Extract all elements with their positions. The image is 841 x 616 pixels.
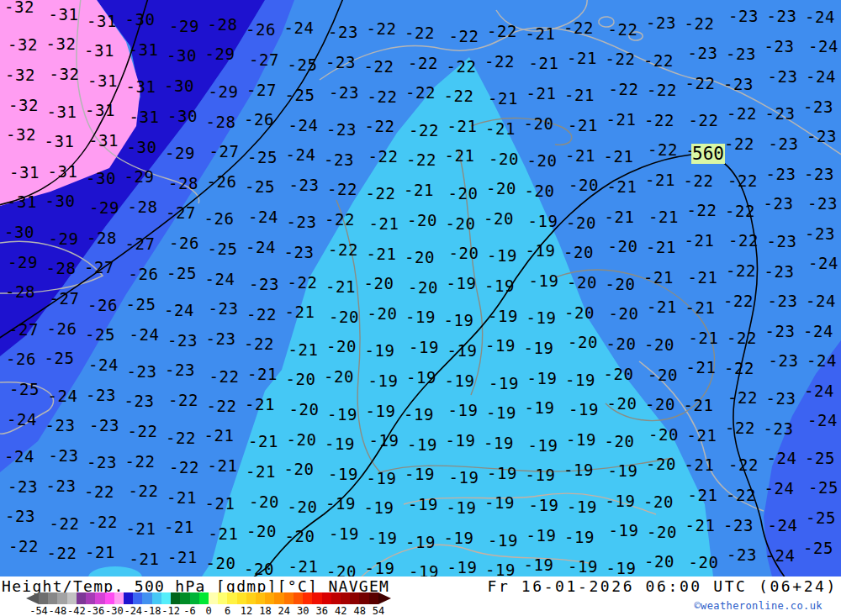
temp-label: -19 bbox=[447, 498, 477, 517]
temp-label: -31 bbox=[45, 132, 75, 150]
temp-label: -22 bbox=[723, 292, 754, 310]
temp-label: -20 bbox=[647, 523, 677, 541]
temp-label: -25 bbox=[208, 240, 238, 258]
temp-label: -25 bbox=[85, 325, 115, 344]
temp-label: -26 bbox=[87, 296, 118, 314]
colorbar-tick-label: 36 bbox=[316, 605, 328, 616]
colorbar-tick-label: 6 bbox=[225, 605, 230, 616]
temp-label: -22 bbox=[207, 397, 237, 415]
colorbar-cell bbox=[209, 592, 218, 604]
temp-label: -27 bbox=[125, 234, 156, 253]
temp-label: -26 bbox=[129, 265, 159, 283]
temp-label: -23 bbox=[723, 516, 754, 534]
temp-label: -19 bbox=[526, 466, 556, 484]
temp-label: -21 bbox=[246, 462, 276, 481]
temp-label: -19 bbox=[487, 464, 517, 482]
temp-label: -31 bbox=[88, 131, 119, 150]
temp-label: -22 bbox=[727, 171, 758, 190]
temp-label: -22 bbox=[487, 22, 517, 40]
temp-label: -20 bbox=[246, 522, 277, 540]
colorbar-cell bbox=[86, 592, 95, 604]
temp-label: -25 bbox=[247, 148, 278, 166]
temp-label: -21 bbox=[205, 494, 235, 513]
colorbar-cell bbox=[77, 592, 86, 604]
temp-label: -21 bbox=[607, 177, 637, 196]
temp-label: -30 bbox=[167, 107, 198, 125]
temp-label: -31 bbox=[47, 103, 77, 121]
temp-label: -31 bbox=[48, 162, 78, 181]
temp-label: -19 bbox=[404, 405, 434, 424]
temp-label: -21 bbox=[526, 24, 556, 43]
temp-label: -22 bbox=[725, 419, 755, 437]
colorbar-cell bbox=[190, 592, 199, 604]
temp-label: -20 bbox=[648, 425, 679, 444]
temp-label: -20 bbox=[607, 394, 637, 413]
temp-label: -19 bbox=[526, 526, 557, 545]
temp-label: -19 bbox=[448, 401, 479, 419]
colorbar-tick-label: -18 bbox=[143, 605, 161, 616]
temp-label: -22 bbox=[366, 184, 396, 203]
temp-label: -22 bbox=[447, 57, 477, 76]
colorbar-cell bbox=[246, 592, 256, 604]
temp-label: -19 bbox=[407, 435, 437, 454]
temp-label: -19 bbox=[487, 246, 517, 265]
temp-label: -19 bbox=[368, 529, 398, 547]
temp-label: -19 bbox=[529, 271, 559, 290]
temp-label: -19 bbox=[486, 403, 516, 422]
temp-label: -20 bbox=[486, 179, 516, 197]
temp-label: -24 bbox=[808, 254, 838, 272]
temp-label: -23 bbox=[167, 331, 198, 350]
temp-label: -20 bbox=[606, 275, 636, 293]
temp-label: -19 bbox=[608, 461, 638, 480]
temp-label: -21 bbox=[645, 171, 675, 189]
temp-label: -20 bbox=[408, 278, 438, 297]
temp-label: -19 bbox=[568, 557, 598, 576]
temp-label: -21 bbox=[445, 146, 475, 165]
temp-label: -23 bbox=[49, 446, 79, 465]
temp-label: -20 bbox=[606, 334, 637, 353]
temp-label: -24 bbox=[807, 351, 837, 370]
colorbar-cell bbox=[227, 592, 236, 604]
temp-label: -23 bbox=[804, 165, 834, 183]
temp-label: -23 bbox=[89, 416, 119, 434]
temp-label: -28 bbox=[208, 15, 238, 34]
temp-label: -23 bbox=[769, 351, 799, 370]
temp-label: -20 bbox=[569, 176, 599, 194]
temp-label: -24 bbox=[88, 355, 119, 374]
temp-label: -23 bbox=[765, 322, 796, 340]
temp-label: -20 bbox=[289, 400, 320, 419]
temp-label: -19 bbox=[529, 496, 559, 514]
temp-label: -21 bbox=[167, 548, 198, 566]
weather-map-page: -32-31-31-30-29-28-26-24-23-22-22-22-22-… bbox=[0, 0, 841, 616]
temp-label: -22 bbox=[648, 140, 678, 159]
temp-label: -20 bbox=[604, 365, 634, 383]
colorbar-tick-label: -30 bbox=[105, 605, 124, 616]
temp-label: -29 bbox=[89, 198, 119, 217]
colorbar-cell bbox=[350, 592, 359, 604]
temp-label: -32 bbox=[50, 65, 80, 83]
temp-label: -21 bbox=[647, 297, 677, 316]
temp-label: -26 bbox=[204, 209, 235, 228]
temp-label: -30 bbox=[86, 169, 116, 187]
temp-label: -21 bbox=[130, 550, 160, 568]
temp-label: -21 bbox=[447, 117, 478, 135]
colorbar-cell bbox=[152, 592, 161, 604]
temp-label: -21 bbox=[285, 303, 315, 321]
colorbar-tick-label: -54 bbox=[29, 605, 48, 616]
temp-label: -22 bbox=[364, 57, 394, 76]
colorbar-cell bbox=[312, 592, 321, 604]
temp-label: -20 bbox=[286, 370, 316, 388]
colorbar-cell bbox=[161, 592, 171, 604]
temp-label: -32 bbox=[6, 125, 36, 144]
temp-label: -26 bbox=[244, 110, 274, 129]
temp-label: -22 bbox=[129, 482, 159, 500]
temp-label: -19 bbox=[447, 274, 477, 292]
temp-label: -24 bbox=[164, 301, 194, 319]
temp-label: -22 bbox=[328, 240, 358, 259]
temp-label: -20 bbox=[448, 184, 479, 203]
temp-label: -21 bbox=[687, 426, 717, 445]
temp-label: -27 bbox=[246, 81, 277, 99]
temp-label: -31 bbox=[87, 12, 117, 30]
temp-label: -23 bbox=[329, 83, 359, 102]
temp-label: -21 bbox=[245, 395, 275, 413]
